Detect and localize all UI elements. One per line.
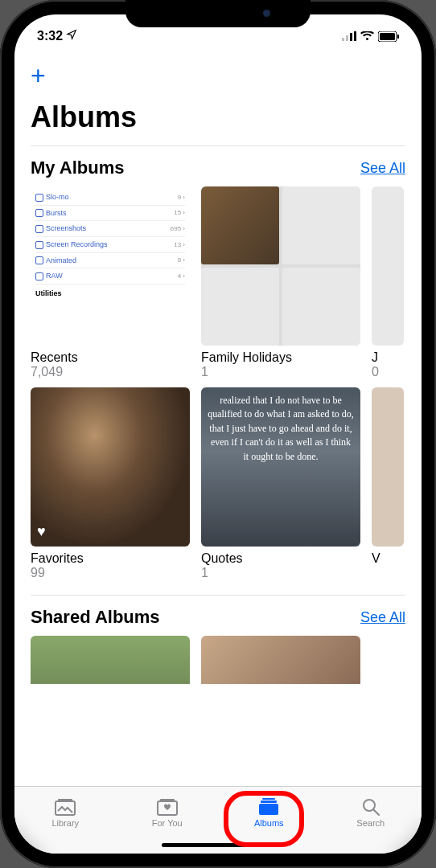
album-favorites[interactable]: ♥ Favorites 99: [31, 387, 190, 580]
svg-rect-13: [262, 798, 275, 800]
album-recents-thumb: Slo-mo9 › Bursts15 › Screenshots695 › Sc…: [31, 186, 190, 346]
tab-bar: Library For You Albums Search: [14, 786, 422, 854]
tab-albums[interactable]: Albums: [218, 787, 320, 837]
svg-rect-1: [346, 35, 348, 41]
heart-icon: ♥: [37, 523, 46, 540]
battery-icon: [378, 31, 399, 42]
status-time: 3:32: [37, 29, 63, 43]
svg-rect-0: [342, 38, 344, 41]
album-recents[interactable]: Slo-mo9 › Bursts15 › Screenshots695 › Sc…: [31, 186, 190, 379]
screen: 3:32 + Albums My: [14, 14, 422, 854]
albums-icon: [257, 797, 280, 817]
album-count: 7,049: [31, 365, 190, 379]
location-icon: [66, 29, 77, 43]
tab-library[interactable]: Library: [14, 787, 117, 837]
wifi-icon: [360, 31, 374, 41]
album-name: Favorites: [31, 551, 190, 566]
album-name: Family Holidays: [201, 350, 360, 365]
svg-line-15: [373, 809, 379, 815]
album-count: 1: [201, 566, 360, 580]
svg-rect-10: [160, 799, 175, 801]
album-quotes-thumb: realized that I do not have to be qualif…: [201, 387, 360, 547]
section-my-albums-title: My Albums: [31, 158, 125, 178]
svg-rect-8: [58, 799, 72, 801]
album-count: 0: [372, 365, 404, 379]
see-all-shared-link[interactable]: See All: [360, 609, 405, 626]
shared-album-thumb[interactable]: [31, 636, 190, 684]
bursts-icon: [35, 209, 43, 217]
album-quotes[interactable]: realized that I do not have to be qualif…: [201, 387, 360, 580]
album-partial[interactable]: J 0: [372, 186, 404, 379]
raw-icon: [35, 272, 43, 280]
album-partial[interactable]: V: [372, 387, 404, 580]
section-shared-albums-title: Shared Albums: [31, 607, 160, 628]
animated-icon: [35, 256, 43, 264]
notch: [125, 0, 311, 27]
see-all-my-albums-link[interactable]: See All: [360, 160, 405, 177]
tab-label: Library: [51, 818, 79, 828]
content-area[interactable]: + Albums My Albums See All Slo-mo9 › Bur…: [14, 50, 422, 786]
album-family-holidays[interactable]: Family Holidays 1: [201, 186, 360, 379]
album-name: V: [372, 551, 404, 566]
svg-rect-5: [380, 33, 395, 40]
album-count: 1: [201, 365, 360, 379]
svg-rect-11: [259, 804, 278, 815]
page-title: Albums: [31, 100, 405, 134]
tab-search[interactable]: Search: [320, 787, 422, 837]
album-favorites-thumb: ♥: [31, 387, 190, 547]
tab-label: Albums: [254, 818, 284, 828]
svg-rect-12: [261, 800, 277, 803]
phone-frame: 3:32 + Albums My: [0, 0, 436, 868]
album-count: 99: [31, 566, 190, 580]
shared-album-thumb[interactable]: [201, 636, 360, 684]
album-name: Recents: [31, 350, 190, 365]
home-indicator[interactable]: [162, 843, 274, 847]
tab-for-you[interactable]: For You: [117, 787, 219, 837]
album-name: Quotes: [201, 551, 360, 566]
tab-label: For You: [152, 818, 183, 828]
screen-recordings-icon: [35, 241, 43, 249]
svg-rect-3: [354, 31, 356, 41]
search-icon: [360, 797, 382, 817]
svg-rect-2: [350, 33, 352, 41]
album-family-holidays-thumb: [201, 186, 360, 346]
screenshots-icon: [35, 225, 43, 233]
library-icon: [54, 797, 76, 817]
add-album-button[interactable]: +: [31, 61, 46, 91]
for-you-icon: [156, 797, 179, 817]
slo-mo-icon: [35, 194, 43, 202]
svg-rect-6: [397, 35, 399, 39]
signal-icon: [342, 31, 356, 41]
tab-label: Search: [356, 818, 385, 828]
album-name: J: [372, 350, 404, 365]
